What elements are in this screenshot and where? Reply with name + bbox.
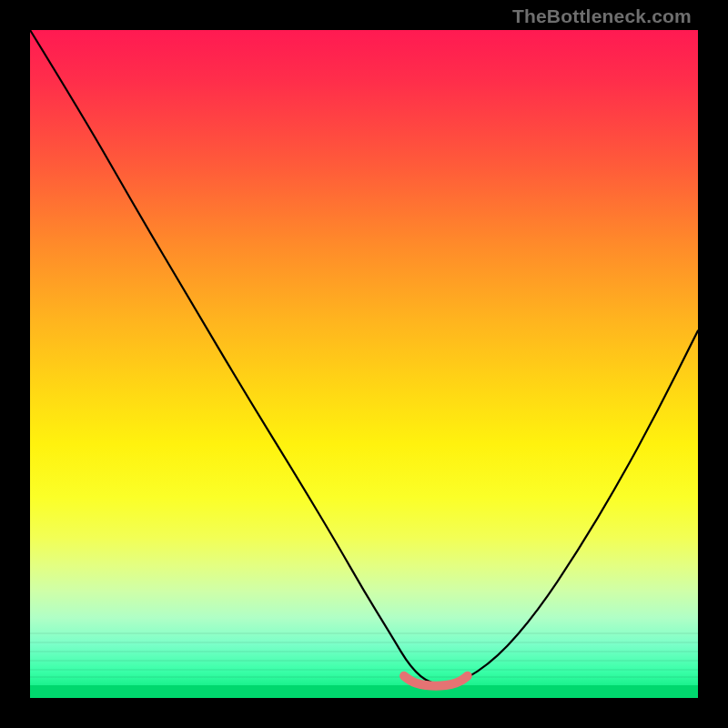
valley-marker (404, 676, 468, 686)
attribution-watermark: TheBottleneck.com (512, 5, 692, 27)
plot-area (30, 30, 698, 698)
bottleneck-curve (30, 30, 698, 684)
chart-canvas: TheBottleneck.com (0, 0, 728, 728)
curve-layer (30, 30, 698, 698)
